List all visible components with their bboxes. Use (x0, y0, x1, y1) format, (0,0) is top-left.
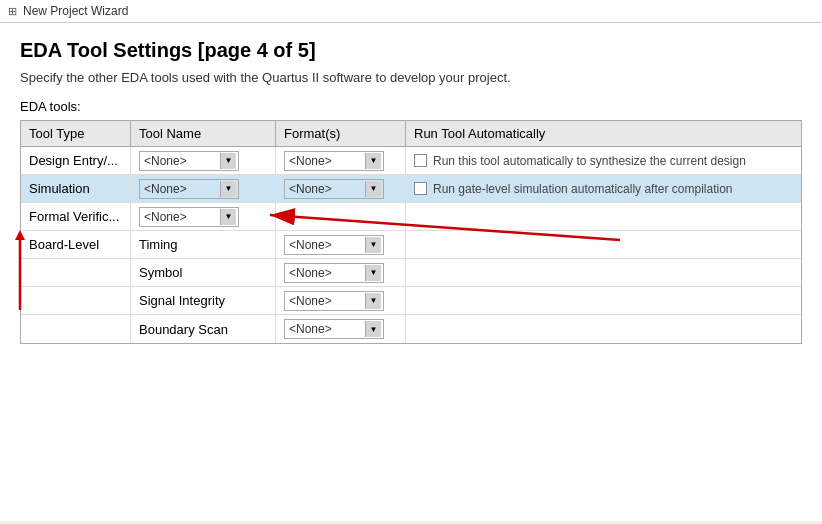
boundary-scan-format-select[interactable]: <None> ▼ (284, 319, 384, 339)
table-body: Design Entry/... <None> ▼ <None> ▼ (21, 147, 801, 343)
cell-run-tool: Run gate-level simulation automatically … (406, 179, 801, 199)
symbol-format-select[interactable]: <None> ▼ (284, 263, 384, 283)
table-row: Boundary Scan <None> ▼ (21, 315, 801, 343)
cell-formats (276, 203, 406, 230)
select-arrow-icon: ▼ (220, 153, 236, 169)
timing-format-select[interactable]: <None> ▼ (284, 235, 384, 255)
cell-tool-name: Boundary Scan (131, 315, 276, 343)
select-arrow-icon: ▼ (220, 181, 236, 197)
cell-run-tool (406, 214, 801, 220)
cell-formats: <None> ▼ (276, 147, 406, 174)
simulation-tool-select[interactable]: <None> ▼ (139, 179, 239, 199)
signal-integrity-format-select[interactable]: <None> ▼ (284, 291, 384, 311)
cell-run-tool (406, 270, 801, 276)
cell-run-tool (406, 326, 801, 332)
table-row: Simulation <None> ▼ <None> ▼ (21, 175, 801, 203)
cell-formats: <None> ▼ (276, 259, 406, 286)
cell-tool-type: Simulation (21, 175, 131, 202)
simulation-run-label: Run gate-level simulation automatically … (433, 182, 732, 196)
table-row: Signal Integrity <None> ▼ (21, 287, 801, 315)
section-label: EDA tools: (20, 99, 802, 114)
cell-tool-type: Design Entry/... (21, 147, 131, 174)
cell-run-tool (406, 298, 801, 304)
title-bar: ⊞ New Project Wizard (0, 0, 822, 23)
title-bar-label: New Project Wizard (23, 4, 128, 18)
simulation-run-checkbox[interactable] (414, 182, 427, 195)
title-bar-icon: ⊞ (8, 5, 17, 18)
cell-formats: <None> ▼ (276, 315, 406, 343)
col-tool-type: Tool Type (21, 121, 131, 146)
page-title: EDA Tool Settings [page 4 of 5] (20, 39, 802, 62)
cell-formats: <None> ▼ (276, 231, 406, 258)
cell-tool-type (21, 259, 131, 286)
select-arrow-icon: ▼ (365, 153, 381, 169)
simulation-format-select[interactable]: <None> ▼ (284, 179, 384, 199)
select-arrow-icon: ▼ (365, 265, 381, 281)
design-entry-format-select[interactable]: <None> ▼ (284, 151, 384, 171)
cell-formats: <None> ▼ (276, 287, 406, 314)
table-row: Board-Level Timing <None> ▼ (21, 231, 801, 259)
table-row: Formal Verific... <None> ▼ (21, 203, 801, 231)
main-content: EDA Tool Settings [page 4 of 5] Specify … (0, 23, 822, 521)
cell-tool-name: Signal Integrity (131, 287, 276, 314)
cell-run-tool: Run this tool automatically to synthesiz… (406, 151, 801, 171)
select-arrow-icon: ▼ (365, 181, 381, 197)
table-row: Symbol <None> ▼ (21, 259, 801, 287)
cell-tool-name: Symbol (131, 259, 276, 286)
formal-tool-select[interactable]: <None> ▼ (139, 207, 239, 227)
design-entry-tool-select[interactable]: <None> ▼ (139, 151, 239, 171)
cell-tool-type (21, 315, 131, 343)
col-formats: Format(s) (276, 121, 406, 146)
cell-tool-type: Board-Level (21, 231, 131, 258)
cell-tool-name: <None> ▼ (131, 203, 276, 230)
select-arrow-icon: ▼ (365, 237, 381, 253)
cell-tool-type: Formal Verific... (21, 203, 131, 230)
table-row: Design Entry/... <None> ▼ <None> ▼ (21, 147, 801, 175)
cell-tool-type (21, 287, 131, 314)
cell-tool-name: <None> ▼ (131, 147, 276, 174)
cell-tool-name: <None> ▼ (131, 175, 276, 202)
design-entry-run-label: Run this tool automatically to synthesiz… (433, 154, 746, 168)
cell-run-tool (406, 242, 801, 248)
select-arrow-icon: ▼ (365, 293, 381, 309)
subtitle: Specify the other EDA tools used with th… (20, 70, 802, 85)
col-run-tool: Run Tool Automatically (406, 121, 801, 146)
col-tool-name: Tool Name (131, 121, 276, 146)
cell-formats: <None> ▼ (276, 175, 406, 202)
select-arrow-icon: ▼ (220, 209, 236, 225)
select-arrow-icon: ▼ (365, 321, 381, 337)
design-entry-run-checkbox[interactable] (414, 154, 427, 167)
cell-tool-name: Timing (131, 231, 276, 258)
table-header: Tool Type Tool Name Format(s) Run Tool A… (21, 121, 801, 147)
eda-tools-table: Tool Type Tool Name Format(s) Run Tool A… (20, 120, 802, 344)
